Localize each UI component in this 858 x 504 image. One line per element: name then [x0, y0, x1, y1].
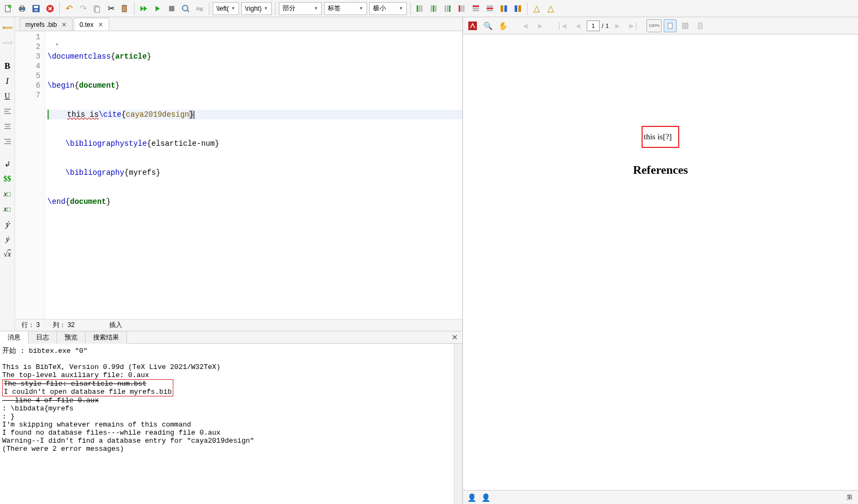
right-delim-dropdown[interactable]: \right)▼ [241, 2, 272, 15]
tab-search-results[interactable]: 搜索结果 [86, 331, 127, 344]
pdf-document[interactable]: this is[?] References [463, 34, 858, 490]
svg-rect-31 [473, 5, 479, 7]
page-total: 1 [606, 23, 609, 29]
derivative-icon[interactable]: ẏ [2, 218, 13, 230]
tab-preview[interactable]: 预览 [57, 331, 86, 344]
paste-icon[interactable] [118, 2, 132, 16]
label-dropdown[interactable]: 标签▼ [324, 2, 367, 15]
next-page-icon[interactable]: ► [611, 19, 624, 32]
tab-log[interactable]: 日志 [29, 331, 57, 344]
newline-icon[interactable]: ↲ [2, 158, 13, 170]
tab-messages[interactable]: 消息 [0, 331, 29, 344]
svg-rect-20 [419, 5, 420, 12]
user-icon[interactable]: 👤 [466, 492, 477, 503]
superscript-icon[interactable]: x□ [2, 203, 13, 215]
first-page-icon[interactable]: |◄ [557, 19, 569, 32]
align-center-icon[interactable] [2, 120, 13, 132]
table-col-left-icon[interactable] [413, 2, 427, 16]
close-icon[interactable]: ✕ [98, 21, 103, 29]
nav-fwd-icon[interactable]: ► [534, 19, 547, 32]
zoom-level[interactable]: 100% [646, 19, 662, 32]
line-number: 4 [15, 61, 40, 71]
code-area[interactable]: \documentclass{article} \begin{document}… [45, 31, 462, 319]
page-number-input[interactable] [587, 20, 600, 31]
bold-icon[interactable]: B [2, 60, 13, 72]
last-page-icon[interactable]: ►| [626, 19, 639, 32]
user-icon[interactable]: 👤 [480, 492, 491, 503]
table-del-col-icon[interactable] [455, 2, 469, 16]
svg-rect-40 [518, 5, 521, 12]
log-line: Warning--I didn't find a database entry … [2, 437, 460, 445]
tab-myrefs[interactable]: myrefs .bib ✕ [19, 18, 73, 31]
line-gutter: 1 2 3 4 5 6 7 [15, 31, 45, 319]
svg-rect-36 [487, 10, 493, 11]
fit-width-icon[interactable] [679, 19, 692, 32]
size-dropdown[interactable]: 极小▼ [369, 2, 407, 15]
svg-rect-5 [20, 10, 24, 11]
table-col-mid-icon[interactable] [427, 2, 441, 16]
svg-line-18 [187, 10, 189, 12]
fold-icon[interactable]: ▾ [56, 42, 58, 47]
fraction-icon[interactable]: ẏ̵ [2, 233, 13, 245]
left-delim-label: \left( [216, 5, 229, 12]
sqrt-icon[interactable]: √x [2, 249, 13, 260]
table-del-row-icon[interactable] [483, 2, 497, 16]
svg-rect-32 [473, 8, 479, 9]
view-log-icon[interactable]: log [193, 2, 207, 16]
right-delim-label: \right) [245, 5, 262, 12]
code-line: \bibliographystyle{elsarticle-num} [47, 139, 462, 148]
copy-icon[interactable] [90, 2, 104, 16]
table-row-icon[interactable] [469, 2, 483, 16]
svg-rect-4 [20, 6, 24, 8]
log-line: 开始 : bibtex.exe "0" [2, 347, 460, 355]
code-line: \end{document} [47, 197, 462, 207]
new-file-icon[interactable]: + [1, 2, 15, 16]
underline-icon[interactable]: U [2, 90, 13, 102]
view-pdf-icon[interactable] [179, 2, 193, 16]
save-icon[interactable] [29, 2, 43, 16]
continuous-icon[interactable] [694, 19, 707, 32]
stop-icon[interactable] [43, 2, 57, 16]
table-col-right-icon[interactable] [441, 2, 455, 16]
left-delim-dropdown[interactable]: \left(▼ [213, 2, 239, 15]
close-messages-icon[interactable]: ✕ [447, 333, 462, 342]
pdf-app-icon[interactable] [466, 19, 479, 32]
forward-icon[interactable]: ⟹ [2, 37, 13, 48]
close-icon[interactable]: ✕ [61, 21, 67, 29]
compile-icon[interactable] [151, 2, 165, 16]
warning2-icon[interactable]: △ [544, 2, 558, 16]
build-run-icon[interactable] [137, 2, 151, 16]
messages-scrollbar[interactable] [454, 344, 462, 504]
code-editor[interactable]: 1 2 3 4 5 6 7 ▾ \documentclass{article} … [15, 31, 462, 319]
align-right-icon[interactable] [2, 136, 13, 147]
subscript-icon[interactable]: x□ [2, 188, 13, 200]
undo-icon[interactable]: ↶ [62, 2, 76, 16]
cut-icon[interactable]: ✂ [104, 2, 118, 16]
print-icon[interactable] [15, 2, 29, 16]
nav-back-icon[interactable]: ◄ [519, 19, 532, 32]
section-dropdown[interactable]: 部分▼ [279, 2, 322, 15]
svg-rect-29 [461, 5, 462, 12]
message-output[interactable]: 开始 : bibtex.exe "0" This is BibTeX, Vers… [0, 344, 462, 504]
svg-rect-28 [459, 5, 460, 12]
prev-page-icon[interactable]: ◄ [572, 19, 585, 32]
table-split-icon[interactable] [511, 2, 525, 16]
stop-compile-icon[interactable] [165, 2, 179, 16]
fit-page-icon[interactable] [664, 19, 677, 32]
line-number: 7 [15, 90, 40, 100]
table-merge-icon[interactable] [497, 2, 511, 16]
align-left-icon[interactable] [2, 105, 13, 117]
chevron-down-icon: ▼ [359, 6, 363, 11]
redo-icon[interactable]: ↷ [76, 2, 90, 16]
hand-tool-icon[interactable]: ✋ [496, 19, 509, 32]
footer-page-label: 第 [847, 493, 855, 501]
back-icon[interactable]: ⟸ [2, 22, 13, 33]
display-math-icon[interactable]: $$ [2, 173, 13, 185]
chevron-down-icon: ▼ [264, 6, 268, 11]
size-label: 极小 [373, 4, 386, 13]
warning1-icon[interactable]: △ [530, 2, 544, 16]
tab-0tex[interactable]: 0.tex ✕ [74, 18, 109, 31]
left-sidebar: ⟸ ⟹ B I U ↲ $$ x□ x□ ẏ ẏ̵ √x [0, 17, 15, 331]
search-icon[interactable]: 🔍 [481, 19, 494, 32]
italic-icon[interactable]: I [2, 75, 13, 87]
